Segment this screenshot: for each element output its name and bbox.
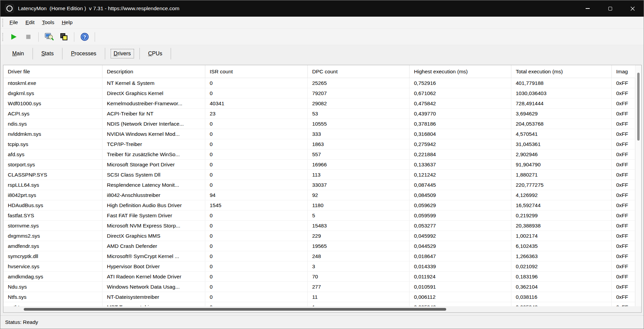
table-row[interactable]: CLASSPNP.SYSSCSI Class System Dll01130,1… [3, 170, 635, 180]
cell-dpc-count: 333 [308, 129, 410, 139]
menu-item-tools[interactable]: Tools [38, 17, 58, 29]
table-row[interactable]: dxgkrnl.sysDirectX Graphics Kernel079207… [3, 88, 635, 98]
tab-processes[interactable]: Processes [62, 45, 105, 62]
cell-image-base: 0xFF [612, 241, 635, 251]
cell-description: Resplendence Latency Monit... [102, 180, 205, 190]
column-header-driver-file[interactable]: Driver file [3, 65, 102, 78]
cell-image-base: 0xFF [612, 170, 635, 180]
menubar-gripper[interactable] [2, 19, 4, 27]
table-row[interactable]: rspLLL64.sysResplendence Latency Monit..… [3, 180, 635, 190]
cell-driver-file: storport.sys [3, 160, 102, 170]
toolbar-separator [74, 32, 74, 42]
help-icon: ? [80, 32, 89, 41]
column-header-highest-execution[interactable]: Highest execution (ms) [410, 65, 511, 78]
table-row[interactable]: stornvme.sysMicrosoft NVM Express Storp.… [3, 221, 635, 231]
cell-dpc-count: 1180 [308, 200, 410, 211]
cell-dpc-count: 113 [308, 170, 410, 180]
table-row[interactable]: tcpip.sysTCP/IP-Treiber018630,27594231,0… [3, 139, 635, 149]
table-row[interactable]: dxgmms2.sysDirectX Graphics MMS02290,045… [3, 231, 635, 241]
column-header-description[interactable]: Description [102, 65, 205, 78]
minimize-button[interactable] [576, 0, 599, 17]
copy-report-button[interactable] [57, 31, 71, 43]
tab-main[interactable]: Main [4, 45, 33, 62]
tab-label: Drivers [111, 49, 134, 58]
table-row[interactable]: ndis.sysNDIS (Network Driver Interface..… [3, 119, 635, 129]
table-row[interactable]: fastfat.SYSFast FAT File System Driver05… [3, 211, 635, 221]
cell-total-execution: 2,902946 [511, 149, 612, 160]
column-header-dpc-count[interactable]: DPC count [308, 65, 410, 78]
help-button[interactable]: ? [78, 31, 91, 43]
horizontal-scrollbar[interactable] [3, 306, 635, 312]
tab-stats[interactable]: Stats [33, 45, 62, 62]
cell-driver-file: netbt.sys [3, 302, 102, 306]
horizontal-scrollbar-thumb[interactable] [24, 308, 446, 311]
start-monitor-button[interactable] [6, 31, 20, 43]
tab-bar: MainStatsProcessesDriversCPUs [0, 45, 644, 62]
table-row[interactable]: amdkmdag.sysATI Radeon Kernel Mode Drive… [3, 272, 635, 282]
cell-highest-execution: 0,752916 [410, 78, 511, 88]
cell-highest-execution: 0,475842 [410, 98, 511, 109]
table-row[interactable]: ACPI.sysACPI-Treiber für NT23530,4397703… [3, 109, 635, 119]
svg-text:?: ? [83, 34, 86, 40]
column-header-total-execution[interactable]: Total execution (ms) [511, 65, 612, 78]
cell-dpc-count: 33037 [308, 180, 410, 190]
app-icon [5, 4, 14, 13]
stop-icon [24, 32, 33, 41]
vertical-scrollbar[interactable] [635, 65, 641, 306]
cell-driver-file: ACPI.sys [3, 109, 102, 119]
table-row[interactable]: Ndu.sysWindows Network Data Usag...02770… [3, 282, 635, 292]
cell-dpc-count: 248 [308, 251, 410, 261]
cell-isr-count: 0 [205, 292, 308, 302]
table-row[interactable]: i8042prt.sysi8042-Anschlusstreiber94920,… [3, 190, 635, 200]
column-header-isr-count[interactable]: ISR count [205, 65, 308, 78]
column-header-image-base[interactable]: Imag [612, 65, 635, 78]
table-row[interactable]: amdfendr.sysAMD Crash Defender0195650,04… [3, 241, 635, 251]
cell-highest-execution: 0,275942 [410, 139, 511, 149]
table-row[interactable]: storport.sysMicrosoft Storage Port Drive… [3, 160, 635, 170]
vertical-scrollbar-thumb[interactable] [637, 73, 640, 141]
window-titlebar: LatencyMon (Home Edition ) v 7.31 - http… [0, 0, 644, 17]
table-row[interactable]: afd.sysTreiber für zusätzliche WinSo...0… [3, 149, 635, 160]
cell-highest-execution: 0,059599 [410, 211, 511, 221]
cell-highest-execution: 0,006112 [410, 292, 511, 302]
cell-description: TCP/IP-Treiber [102, 139, 205, 149]
cell-highest-execution: 0,121242 [410, 170, 511, 180]
cell-isr-count: 0 [205, 180, 308, 190]
toolbar-gripper[interactable] [2, 33, 4, 41]
table-row[interactable]: symcryptk.dllMicrosoft® SymCrypt Kernel … [3, 251, 635, 261]
table-row[interactable]: netbt.sysMBT Transport driver010,0059420… [3, 302, 635, 306]
maximize-button[interactable] [599, 0, 621, 17]
tab-drivers[interactable]: Drivers [105, 45, 139, 62]
table-row[interactable]: nvlddmkm.sysNVIDIA Windows Kernel Mod...… [3, 129, 635, 139]
cell-isr-count: 0 [205, 231, 308, 241]
cell-driver-file: ntoskrnl.exe [3, 78, 102, 88]
cell-isr-count: 0 [205, 78, 308, 88]
cell-highest-execution: 0,011924 [410, 272, 511, 282]
cell-driver-file: HDAudBus.sys [3, 200, 102, 211]
cell-driver-file: amdkmdag.sys [3, 272, 102, 282]
table-row[interactable]: Ntfs.sysNT-Dateisystemtreiber0110,006112… [3, 292, 635, 302]
table-row[interactable]: HDAudBus.sysHigh Definition Audio Bus Dr… [3, 200, 635, 211]
close-button[interactable] [621, 0, 644, 17]
cell-description: NT Kernel & System [102, 78, 205, 88]
cell-image-base: 0xFF [612, 272, 635, 282]
cell-image-base: 0xFF [612, 302, 635, 306]
cell-total-execution: 0,021092 [511, 261, 612, 272]
stop-monitor-button[interactable] [21, 31, 35, 43]
table-row[interactable]: hvservice.sysHypervisor Boot Driver030,0… [3, 261, 635, 272]
menu-item-file[interactable]: File [6, 17, 22, 29]
cell-driver-file: dxgmms2.sys [3, 231, 102, 241]
cell-total-execution: 31,045361 [511, 139, 612, 149]
cell-isr-count: 40341 [205, 98, 308, 109]
cell-dpc-count: 5 [308, 211, 410, 221]
table-row[interactable]: ntoskrnl.exeNT Kernel & System0252650,75… [3, 78, 635, 88]
tab-cpus[interactable]: CPUs [140, 45, 171, 62]
cell-description: Windows Network Data Usag... [102, 282, 205, 292]
save-screenshot-button[interactable] [42, 31, 56, 43]
menu-item-edit[interactable]: Edit [22, 17, 38, 29]
cell-dpc-count: 1863 [308, 139, 410, 149]
window-title: LatencyMon (Home Edition ) v 7.31 - http… [18, 5, 179, 12]
cell-description: SCSI Class System Dll [102, 170, 205, 180]
table-row[interactable]: Wdf01000.sysKernelmodustreiber-Framewor.… [3, 98, 635, 109]
menu-item-help[interactable]: Help [58, 17, 76, 29]
